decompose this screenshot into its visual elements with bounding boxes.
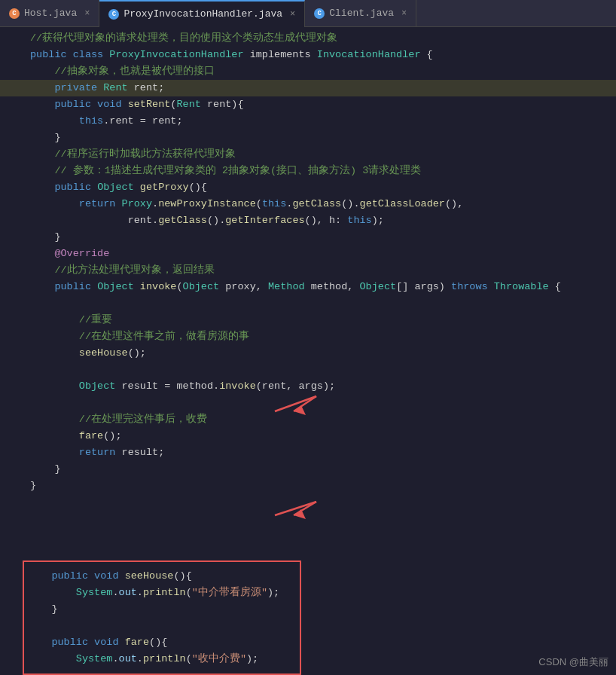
line-number bbox=[0, 295, 27, 312]
line-text: //程序运行时加载此方法获得代理对象 bbox=[27, 146, 616, 163]
watermark: CSDN @曲美丽 bbox=[538, 655, 608, 669]
line-text: return Proxy.newProxyInstance(this.getCl… bbox=[27, 196, 616, 212]
line-number bbox=[0, 378, 27, 395]
line-number bbox=[0, 212, 27, 229]
tab-close-client[interactable]: × bbox=[401, 8, 407, 19]
line-text: } bbox=[27, 229, 616, 246]
line-number bbox=[0, 312, 27, 328]
code-line: public void setRent(Rent rent){ bbox=[0, 96, 616, 113]
popup-line: public void seeHouse(){ bbox=[24, 568, 300, 585]
code-line: } bbox=[0, 478, 616, 494]
code-line: public Object getProxy(){ bbox=[0, 179, 616, 196]
line-text bbox=[27, 295, 616, 312]
line-number bbox=[0, 130, 27, 146]
line-number bbox=[0, 163, 27, 179]
line-number bbox=[0, 411, 27, 428]
line-text: //抽象对象，也就是被代理的接口 bbox=[27, 63, 616, 80]
line-text: fare(); bbox=[27, 428, 616, 444]
line-text: //在处理完这件事后，收费 bbox=[27, 411, 616, 428]
line-text bbox=[27, 362, 616, 378]
line-number bbox=[0, 80, 27, 96]
popup-line-text: } bbox=[24, 601, 300, 618]
line-text: public class ProxyInvocationHandler impl… bbox=[27, 47, 616, 63]
line-number bbox=[0, 246, 27, 262]
line-number bbox=[0, 262, 27, 279]
line-text: public Object getProxy(){ bbox=[27, 179, 616, 196]
line-number bbox=[0, 63, 27, 80]
code-line: public Object invoke(Object proxy, Metho… bbox=[0, 279, 616, 295]
code-line: //在处理完这件事后，收费 bbox=[0, 411, 616, 428]
code-line: private Rent rent; bbox=[0, 80, 616, 96]
code-line: return Proxy.newProxyInstance(this.getCl… bbox=[0, 196, 616, 212]
popup-line: public void fare(){ bbox=[24, 634, 300, 651]
line-number bbox=[0, 395, 27, 411]
line-number bbox=[0, 96, 27, 113]
popup-box: public void seeHouse(){ System.out.print… bbox=[23, 560, 301, 675]
line-text: seeHouse(); bbox=[27, 345, 616, 362]
line-number bbox=[0, 279, 27, 295]
code-line: } bbox=[0, 461, 616, 478]
popup-line: System.out.println("中介带看房源"); bbox=[24, 585, 300, 601]
code-line bbox=[0, 295, 616, 312]
line-number bbox=[0, 328, 27, 345]
svg-line-5 bbox=[275, 502, 316, 515]
code-line: //获得代理对象的请求处理类，目的使用这个类动态生成代理对象 bbox=[0, 30, 616, 47]
tab-client-java[interactable]: C Client.java × bbox=[305, 0, 416, 27]
svg-marker-4 bbox=[294, 509, 306, 519]
line-number bbox=[0, 345, 27, 362]
code-line: Object result = method.invoke(rent, args… bbox=[0, 378, 616, 395]
code-line: return result; bbox=[0, 444, 616, 461]
code-line: //在处理这件事之前，做看房源的事 bbox=[0, 328, 616, 345]
code-line: seeHouse(); bbox=[0, 345, 616, 362]
line-text: } bbox=[27, 461, 616, 478]
line-text bbox=[27, 395, 616, 411]
line-number bbox=[0, 146, 27, 163]
tab-label-proxy: ProxyInvocationHandler.java bbox=[124, 8, 282, 20]
code-line: rent.getClass().getInterfaces(), h: this… bbox=[0, 212, 616, 229]
code-line: //此方法处理代理对象，返回结果 bbox=[0, 262, 616, 279]
line-text: // 参数：1描述生成代理对象类的 2抽象对象(接口、抽象方法) 3请求处理类 bbox=[27, 163, 616, 179]
code-line: @Override bbox=[0, 246, 616, 262]
line-number bbox=[0, 478, 27, 494]
popup-line-text: System.out.println("收中介费"); bbox=[24, 651, 300, 667]
code-line: this.rent = rent; bbox=[0, 113, 616, 130]
tab-label-host: Host.java bbox=[24, 8, 77, 19]
line-text: public Object invoke(Object proxy, Metho… bbox=[27, 279, 616, 295]
code-area: //获得代理对象的请求处理类，目的使用这个类动态生成代理对象 public cl… bbox=[0, 27, 616, 675]
tab-proxy-java[interactable]: C ProxyInvocationHandler.java × bbox=[99, 0, 305, 27]
line-number bbox=[0, 113, 27, 130]
tab-close-proxy[interactable]: × bbox=[290, 9, 295, 20]
line-number bbox=[0, 428, 27, 444]
line-number bbox=[0, 196, 27, 212]
line-text: rent.getClass().getInterfaces(), h: this… bbox=[27, 212, 616, 229]
popup-line bbox=[24, 618, 300, 634]
popup-line-text bbox=[24, 618, 300, 634]
tab-label-client: Client.java bbox=[329, 8, 394, 19]
line-number bbox=[0, 444, 27, 461]
line-text: //获得代理对象的请求处理类，目的使用这个类动态生成代理对象 bbox=[27, 30, 616, 47]
line-text: return result; bbox=[27, 444, 616, 461]
line-text: //重要 bbox=[27, 312, 616, 328]
tab-host-java[interactable]: C Host.java × bbox=[0, 0, 99, 27]
code-line bbox=[0, 395, 616, 411]
popup-line: } bbox=[24, 601, 300, 618]
line-number bbox=[0, 179, 27, 196]
code-line: //程序运行时加载此方法获得代理对象 bbox=[0, 146, 616, 163]
tab-close-host[interactable]: × bbox=[84, 8, 90, 19]
popup-line-text: public void seeHouse(){ bbox=[24, 568, 300, 585]
code-line: // 参数：1描述生成代理对象类的 2抽象对象(接口、抽象方法) 3请求处理类 bbox=[0, 163, 616, 179]
line-text: Object result = method.invoke(rent, args… bbox=[27, 378, 616, 395]
line-text: this.rent = rent; bbox=[27, 113, 616, 130]
line-number bbox=[0, 461, 27, 478]
line-text: //在处理这件事之前，做看房源的事 bbox=[27, 328, 616, 345]
tab-icon-host: C bbox=[9, 8, 20, 19]
line-number bbox=[0, 229, 27, 246]
code-line: public class ProxyInvocationHandler impl… bbox=[0, 47, 616, 63]
popup-line-text: public void fare(){ bbox=[24, 634, 300, 651]
arrow-2 bbox=[275, 502, 316, 519]
line-text: private Rent rent; bbox=[27, 80, 616, 96]
line-text: } bbox=[27, 478, 616, 494]
svg-line-3 bbox=[294, 502, 316, 515]
tab-bar: C Host.java × C ProxyInvocationHandler.j… bbox=[0, 0, 616, 27]
line-text: } bbox=[27, 130, 616, 146]
